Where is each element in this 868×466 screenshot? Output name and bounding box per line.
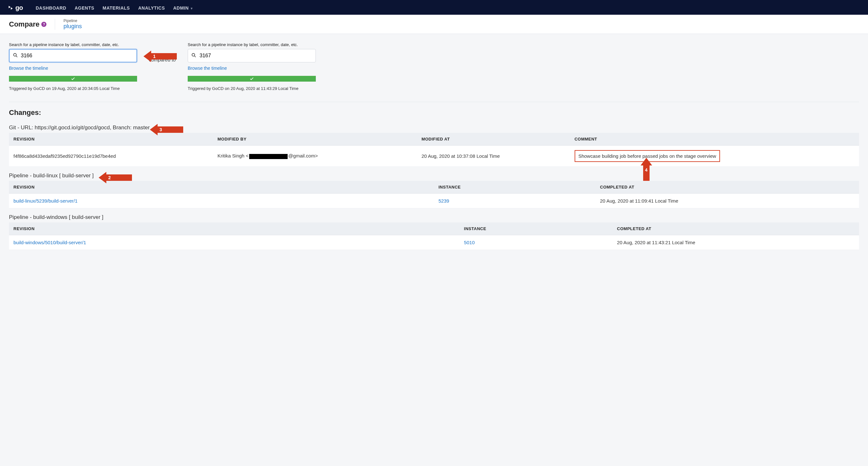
revision-link[interactable]: build-windows/5010/build-server/1 xyxy=(13,240,86,245)
pipeline-changes-table-1: REVISION INSTANCE COMPLETED AT build-lin… xyxy=(9,181,859,208)
chevron-down-icon: ▼ xyxy=(190,7,193,10)
to-instance-column: Search for a pipeline instance by label,… xyxy=(188,42,316,91)
browse-timeline-from[interactable]: Browse the timeline xyxy=(9,66,48,71)
pipeline-material-section-2: Pipeline - build-windows [ build-server … xyxy=(9,214,859,250)
search-box-from[interactable] xyxy=(9,49,137,62)
git-material-section: Git - URL: https://git.gocd.io/git/gocd/… xyxy=(9,125,859,167)
trigger-text-from: Triggered by GoCD on 19 Aug, 2020 at 20:… xyxy=(9,86,137,91)
cell-modified-by: Kritika Singh <@gmail.com> xyxy=(213,145,417,167)
col-modified-at: MODIFIED AT xyxy=(417,133,570,145)
cell-completed-at: 20 Aug, 2020 at 11:43:21 Local Time xyxy=(612,235,859,250)
cell-revision: f4f86ca8d433edaf9235ed92790c11e19d7be4ed xyxy=(9,145,213,167)
comment-highlight: Showcase building job before passed jobs… xyxy=(575,150,720,162)
revision-link[interactable]: build-linux/5239/build-server/1 xyxy=(13,198,78,204)
svg-point-0 xyxy=(13,54,16,56)
table-row: build-windows/5010/build-server/1 5010 2… xyxy=(9,235,859,250)
cell-modified-at: 20 Aug, 2020 at 10:37:08 Local Time xyxy=(417,145,570,167)
search-label-from: Search for a pipeline instance by label,… xyxy=(9,42,137,47)
search-box-to[interactable] xyxy=(188,49,316,62)
annotation-number-4: 4 xyxy=(645,167,648,172)
content: Search for a pipeline instance by label,… xyxy=(0,34,868,258)
compared-to-text: compared to xyxy=(149,57,176,62)
top-nav: go DASHBOARD AGENTS MATERIALS ANALYTICS … xyxy=(0,0,868,15)
help-icon[interactable]: ? xyxy=(41,22,46,27)
col-revision: REVISION xyxy=(9,133,213,145)
col-revision: REVISION xyxy=(9,223,460,235)
modified-by-prefix: Kritika Singh < xyxy=(217,153,249,159)
col-completed-at: COMPLETED AT xyxy=(612,223,859,235)
svg-point-2 xyxy=(192,54,195,56)
git-material-title: Git - URL: https://git.gocd.io/git/gocd/… xyxy=(9,125,859,131)
section-separator xyxy=(9,102,859,102)
cell-completed-at: 20 Aug, 2020 at 11:09:41 Local Time xyxy=(595,194,859,208)
to-instance-input[interactable] xyxy=(199,53,312,59)
page-title: Compare ? xyxy=(9,20,46,29)
git-changes-table: REVISION MODIFIED BY MODIFIED AT COMMENT… xyxy=(9,133,859,167)
stage-bar-to[interactable] xyxy=(188,76,316,81)
play-icon xyxy=(8,5,13,11)
instance-link[interactable]: 5010 xyxy=(464,240,475,245)
from-instance-column: Search for a pipeline instance by label,… xyxy=(9,42,137,91)
cell-comment: Showcase building job before passed jobs… xyxy=(570,145,859,167)
nav-analytics[interactable]: ANALYTICS xyxy=(138,5,165,10)
instance-link[interactable]: 5239 xyxy=(438,198,449,204)
stage-bar-from[interactable] xyxy=(9,76,137,81)
check-icon xyxy=(249,76,254,81)
from-instance-input[interactable] xyxy=(21,53,133,59)
pipeline-changes-table-2: REVISION INSTANCE COMPLETED AT build-win… xyxy=(9,223,859,250)
pipeline-label: Pipeline xyxy=(63,19,82,23)
pipeline-name-link[interactable]: plugins xyxy=(63,23,82,30)
page-title-text: Compare xyxy=(9,20,39,29)
nav-dashboard[interactable]: DASHBOARD xyxy=(36,5,66,10)
pipeline-block: Pipeline plugins xyxy=(63,19,82,30)
svg-line-1 xyxy=(16,56,17,57)
search-icon xyxy=(13,53,18,59)
compared-to-label: compared to xyxy=(145,42,180,62)
nav-admin[interactable]: ADMIN▼ xyxy=(173,5,193,10)
table-row: build-linux/5239/build-server/1 5239 20 … xyxy=(9,194,859,208)
svg-line-3 xyxy=(194,56,196,57)
pipeline-material-title-2: Pipeline - build-windows [ build-server … xyxy=(9,214,859,221)
nav-agents[interactable]: AGENTS xyxy=(74,5,94,10)
col-instance: INSTANCE xyxy=(434,181,595,194)
col-revision: REVISION xyxy=(9,181,434,194)
nav-links: DASHBOARD AGENTS MATERIALS ANALYTICS ADM… xyxy=(36,5,193,10)
brand-logo[interactable]: go xyxy=(8,4,23,11)
comment-text: Showcase building job before passed jobs… xyxy=(579,153,716,159)
col-instance: INSTANCE xyxy=(460,223,613,235)
nav-materials[interactable]: MATERIALS xyxy=(102,5,130,10)
table-row: f4f86ca8d433edaf9235ed92790c11e19d7be4ed… xyxy=(9,145,859,167)
pipeline-material-title-1: Pipeline - build-linux [ build-server ] xyxy=(9,172,859,179)
pipeline-material-section-1: Pipeline - build-linux [ build-server ] … xyxy=(9,172,859,208)
check-icon xyxy=(71,76,75,81)
search-label-to: Search for a pipeline instance by label,… xyxy=(188,42,316,47)
col-modified-by: MODIFIED BY xyxy=(213,133,417,145)
brand-text: go xyxy=(16,4,23,11)
changes-heading: Changes: xyxy=(9,108,859,117)
sub-header: Compare ? Pipeline plugins xyxy=(0,15,868,34)
trigger-text-to: Triggered by GoCD on 20 Aug, 2020 at 11:… xyxy=(188,86,316,91)
compare-row: Search for a pipeline instance by label,… xyxy=(9,42,859,91)
modified-by-suffix: @gmail.com> xyxy=(288,153,318,159)
col-completed-at: COMPLETED AT xyxy=(595,181,859,194)
nav-admin-label: ADMIN xyxy=(173,5,189,10)
search-icon xyxy=(191,53,196,59)
redacted-email xyxy=(249,154,288,159)
browse-timeline-to[interactable]: Browse the timeline xyxy=(188,66,227,71)
col-comment: COMMENT xyxy=(570,133,859,145)
